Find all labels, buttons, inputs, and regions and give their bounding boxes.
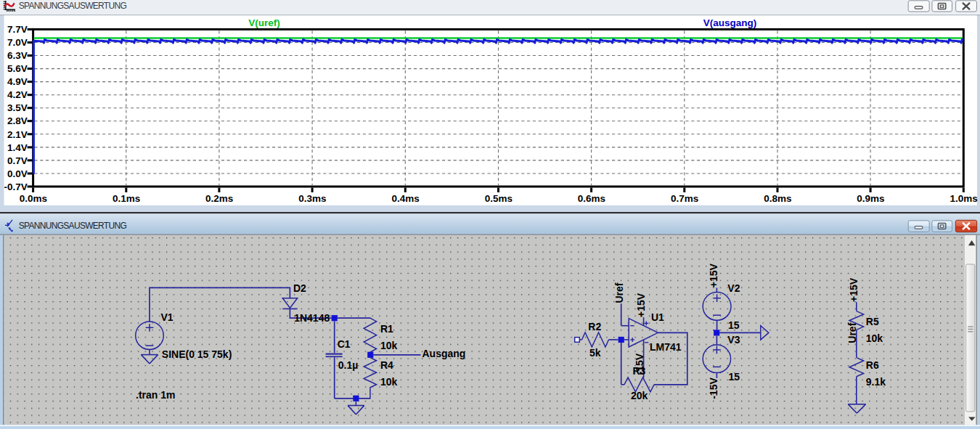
svg-text:2.8V: 2.8V xyxy=(7,115,28,126)
svg-text:5.6V: 5.6V xyxy=(7,63,28,74)
svg-text:0.4ms: 0.4ms xyxy=(391,193,419,204)
svg-text:R4: R4 xyxy=(380,359,393,371)
svg-text:R5: R5 xyxy=(866,316,879,327)
svg-text:0.7V: 0.7V xyxy=(7,155,28,166)
svg-text:R3: R3 xyxy=(633,365,646,377)
svg-text:0.3ms: 0.3ms xyxy=(298,193,326,204)
svg-text:V(ausgang): V(ausgang) xyxy=(703,17,757,28)
svg-text:-0.7V: -0.7V xyxy=(4,181,28,192)
svg-text:0.0ms: 0.0ms xyxy=(20,193,47,204)
svg-text:0.8ms: 0.8ms xyxy=(764,193,791,204)
svg-text:10k: 10k xyxy=(380,376,398,388)
svg-text:+15V: +15V xyxy=(708,263,719,287)
svg-text:10k: 10k xyxy=(380,340,398,351)
svg-text:V2: V2 xyxy=(727,282,740,294)
svg-text:Uref: Uref xyxy=(846,322,858,343)
svg-text:4.2V: 4.2V xyxy=(7,89,28,100)
svg-text:7.7V: 7.7V xyxy=(7,24,28,35)
svg-text:0.6ms: 0.6ms xyxy=(578,193,605,204)
svg-text:4.9V: 4.9V xyxy=(7,76,28,87)
svg-text:1.4V: 1.4V xyxy=(7,142,28,153)
svg-text:10k: 10k xyxy=(866,332,883,344)
svg-text:20k: 20k xyxy=(631,390,648,401)
svg-text:1.0ms: 1.0ms xyxy=(950,193,977,204)
svg-text:C1: C1 xyxy=(338,338,351,350)
svg-text:D2: D2 xyxy=(293,282,306,294)
svg-text:15: 15 xyxy=(728,319,740,331)
svg-text:-15V: -15V xyxy=(708,377,719,399)
svg-text:0.1µ: 0.1µ xyxy=(338,359,359,371)
svg-text:0.2ms: 0.2ms xyxy=(205,193,233,204)
svg-text:Uref: Uref xyxy=(613,282,625,303)
svg-text:LM741: LM741 xyxy=(650,341,682,353)
svg-text:R1: R1 xyxy=(380,323,393,335)
svg-text:2.1V: 2.1V xyxy=(7,129,28,140)
svg-text:0.0V: 0.0V xyxy=(7,168,28,179)
svg-text:0.9ms: 0.9ms xyxy=(857,193,884,204)
svg-text:3.5V: 3.5V xyxy=(7,102,28,113)
svg-text:.tran 1m: .tran 1m xyxy=(136,389,175,401)
svg-text:0.5ms: 0.5ms xyxy=(485,193,513,204)
svg-text:+15V: +15V xyxy=(848,277,859,302)
svg-text:6.3V: 6.3V xyxy=(7,50,28,61)
svg-text:Ausgang: Ausgang xyxy=(422,348,466,359)
svg-text:V3: V3 xyxy=(727,334,740,346)
svg-text:R6: R6 xyxy=(866,359,879,371)
svg-text:0.1ms: 0.1ms xyxy=(113,193,140,204)
svg-text:V1: V1 xyxy=(161,311,173,323)
svg-text:15: 15 xyxy=(728,371,740,383)
svg-text:R2: R2 xyxy=(588,321,601,332)
svg-text:SINE(0 15 75k): SINE(0 15 75k) xyxy=(162,348,232,360)
svg-text:5k: 5k xyxy=(589,347,601,359)
svg-text:0.7ms: 0.7ms xyxy=(671,193,698,204)
svg-text:7.0V: 7.0V xyxy=(7,37,28,48)
svg-text:V(uref): V(uref) xyxy=(248,17,280,28)
svg-text:9.1k: 9.1k xyxy=(866,376,886,388)
svg-text:+15V: +15V xyxy=(635,293,647,317)
svg-text:1N4148: 1N4148 xyxy=(294,312,330,324)
svg-text:U1: U1 xyxy=(651,311,664,323)
svg-text:SPANNUNGSAUSWERTUNG: SPANNUNGSAUSWERTUNG xyxy=(19,221,127,231)
svg-text:SPANNUNGSAUSWERTUNG: SPANNUNGSAUSWERTUNG xyxy=(19,1,127,11)
